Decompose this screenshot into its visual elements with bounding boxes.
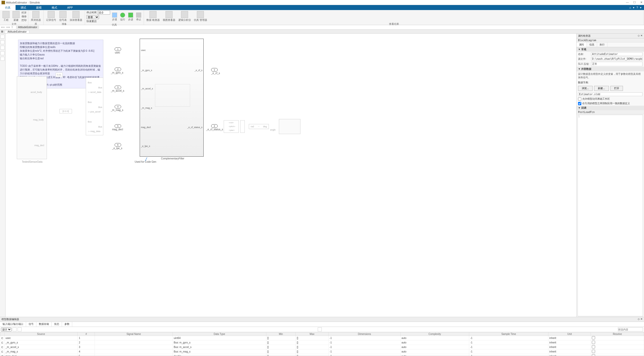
open-dd-button[interactable]: 打开 xyxy=(610,86,623,91)
enforce-consistent-checkbox[interactable] xyxy=(578,102,581,105)
breadcrumb[interactable]: AttitudeEstimator xyxy=(16,26,39,29)
save-button[interactable]: 保存 xyxy=(22,15,27,18)
access-base-ws-checkbox[interactable] xyxy=(578,97,581,101)
design-view-select[interactable]: 设计 xyxy=(1,328,12,331)
signal-table-button[interactable]: 信号表 xyxy=(58,11,68,22)
editor-tab-ports[interactable]: 输入端口/输出端口 xyxy=(0,322,26,327)
library-browser-button[interactable]: 库浏览器 xyxy=(30,11,42,22)
menu-right: ⌂ ▾ ? ▾ xyxy=(629,6,644,9)
const-block-2[interactable]: [0 0 0] xyxy=(59,109,72,113)
scope-viewer-button[interactable]: 视图查看器 xyxy=(162,11,176,22)
const-block-1[interactable]: 0.01 xyxy=(56,73,63,77)
run-button[interactable]: 运行 xyxy=(119,12,126,22)
zoom-icon[interactable] xyxy=(1,40,5,44)
open-button[interactable]: 打开 xyxy=(22,11,27,15)
inport-2[interactable]: 2 xyxy=(115,68,121,71)
panel-undock-icon[interactable]: ◇ xyxy=(638,34,640,37)
help-icon[interactable]: ? xyxy=(636,6,638,9)
refresh-icon[interactable] xyxy=(18,327,22,331)
slx-compression-field[interactable]: 正常 xyxy=(591,62,642,66)
editor-close-icon[interactable]: ✕ xyxy=(640,318,642,320)
complementary-filter-block[interactable]: usec _m_gyro_s _m_accel_s _m_mag_s mag_d… xyxy=(140,39,204,157)
section-external[interactable]: ▼ 外部数据 xyxy=(577,67,644,71)
model-tab-bar: ⊞ AttitudeEstimator xyxy=(0,30,644,34)
select-icon[interactable] xyxy=(1,51,5,55)
nav-back-icon[interactable]: ⟸ xyxy=(1,26,5,29)
sim-manager-button[interactable]: 仿真 管理器 xyxy=(193,11,208,22)
stop-time-input[interactable] xyxy=(98,11,110,15)
close-icon[interactable]: ✕ xyxy=(640,1,642,4)
name-field[interactable]: AttitudeEstimator xyxy=(591,52,642,56)
source-field: D:\nash.zhao\RflyPilot_DEMO\raspberry_fc… xyxy=(591,57,642,61)
new-dd-button[interactable]: 新建... xyxy=(594,86,609,91)
section-callbacks[interactable]: ▼ 回调 xyxy=(577,106,644,110)
table-row[interactable]: ⊏_m_mag_s4Bus: m_mag_s[][]-1auto-1inheri… xyxy=(0,349,644,354)
hide-icon[interactable] xyxy=(1,57,5,61)
outport-1[interactable]: 1 xyxy=(211,68,218,72)
tab-simulation[interactable]: 仿真 xyxy=(0,5,16,10)
pin-icon[interactable]: ▾ xyxy=(633,6,634,9)
print-button[interactable]: 打印 xyxy=(22,19,27,22)
filter-icon[interactable] xyxy=(318,327,322,331)
new-button[interactable]: 新建 xyxy=(12,11,21,22)
show-hide-icon[interactable] xyxy=(13,327,17,331)
stop-time-label: 停止时间 xyxy=(87,11,97,14)
tested-sensor-block[interactable] xyxy=(17,76,47,159)
table-row[interactable]: ⊏_m_gyro_s2Bus: m_gyro_s[][]-1auto-1inhe… xyxy=(0,340,644,345)
table-row[interactable]: ⊏mag_decl5double[][]-1auto-1inherit xyxy=(0,354,644,356)
table-row[interactable]: ⊏_m_accel_s3Bus: m_accel_s[][]-1auto-1in… xyxy=(0,345,644,349)
inport-6[interactable]: 6 xyxy=(115,143,121,147)
section-general[interactable]: ▼ 常规 xyxy=(577,47,644,52)
editor-tab-datastores[interactable]: 数据存储 xyxy=(36,322,52,327)
tab-format[interactable]: 格式 xyxy=(47,5,62,10)
editor-tab-params[interactable]: 参数 xyxy=(62,322,72,327)
simulink-canvas[interactable]: 加速度数据和磁力计数据需要的是归一化后的数据 陀螺仪的角速度数据单位是rad/s… xyxy=(6,34,576,317)
code-gen-label: Used for Code Gen xyxy=(135,160,156,163)
nav-fwd-icon[interactable]: ⟹ xyxy=(6,26,10,29)
prop-tab-properties[interactable]: 属性 xyxy=(577,42,587,47)
prop-tab-exec[interactable]: 执行 xyxy=(597,42,607,47)
fit-icon[interactable] xyxy=(1,35,5,39)
browse-button[interactable]: 浏览... xyxy=(578,86,593,91)
mux-block[interactable] xyxy=(240,120,245,133)
rad-to-deg-block[interactable]: rad → deg xyxy=(249,124,269,129)
logic-analyzer-button[interactable]: 逻辑分析仪 xyxy=(177,11,192,22)
inport-4[interactable]: 4 xyxy=(115,105,121,108)
minimize-icon[interactable]: — xyxy=(626,1,629,4)
inport-5[interactable]: 5 xyxy=(115,124,121,128)
fast-restart-button[interactable]: 快速重启 xyxy=(87,20,110,23)
step-forward-button[interactable]: 步进 xyxy=(127,12,134,22)
tab-app[interactable]: APP xyxy=(62,5,78,10)
project-button[interactable]: 工程 xyxy=(2,11,11,22)
step-back-button[interactable]: 步退 xyxy=(111,12,118,22)
editor-undock-icon[interactable]: ◇ xyxy=(638,318,640,320)
table-row[interactable]: ⊏usec1uint64[][]-1auto-1inherit xyxy=(0,336,644,340)
shortcut-icon[interactable]: ⌂ xyxy=(629,6,631,9)
prop-tab-info[interactable]: 信息 xyxy=(587,42,597,47)
tab-modeling[interactable]: 建模 xyxy=(31,5,47,10)
editor-tab-states[interactable]: 状态 xyxy=(52,322,62,327)
data-table[interactable]: Source # Signal Name Data Type Min Max D… xyxy=(0,332,644,356)
sim-mode-select[interactable]: 普通 xyxy=(87,15,99,19)
panel-close-icon[interactable]: ✕ xyxy=(640,34,642,37)
data-inspector-button[interactable]: 数据 检查器 xyxy=(145,11,161,22)
stop-button[interactable]: 停止 xyxy=(135,12,142,22)
log-signals-button[interactable]: 记录信号 xyxy=(45,11,57,22)
scope-block[interactable] xyxy=(279,119,300,134)
data-dictionary-field[interactable]: Estimator.sldd xyxy=(578,92,642,96)
model-tab[interactable]: AttitudeEstimator xyxy=(5,30,29,33)
ribbon-prep-group: 记录信号 信号表 添加查看器 准备 xyxy=(44,10,85,25)
maximize-icon[interactable]: ☐ xyxy=(633,1,636,4)
editor-tab-signals[interactable]: 信号 xyxy=(26,322,36,327)
tab-debug[interactable]: 调试 xyxy=(16,5,31,10)
inport-3[interactable]: 3 xyxy=(115,86,121,89)
nav-up-icon[interactable]: ⇧ xyxy=(11,26,15,29)
filter-input[interactable] xyxy=(618,327,643,331)
add-viewer-button[interactable]: 添加查看器 xyxy=(69,11,83,22)
inport-1[interactable]: 1 xyxy=(115,47,121,51)
model-home-icon[interactable]: ⊞ xyxy=(1,30,3,33)
outport-2[interactable]: 2 xyxy=(211,124,218,128)
overflow-icon[interactable]: ▾ xyxy=(640,6,641,9)
pan-icon[interactable] xyxy=(1,46,5,50)
callback-code-area[interactable]: 1 xyxy=(578,115,643,316)
